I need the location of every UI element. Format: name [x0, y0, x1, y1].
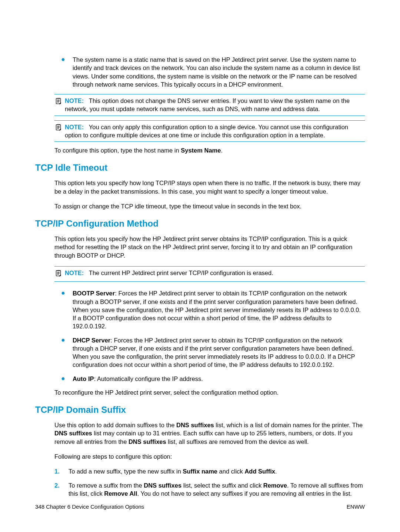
note-icon — [54, 269, 63, 279]
bullet-icon: ● — [61, 336, 65, 369]
note-icon — [54, 123, 63, 140]
heading-tcp-idle-timeout: TCP Idle Timeout — [35, 163, 365, 173]
bullet-icon: ● — [61, 56, 65, 88]
body-text: This option lets you specify how long TC… — [54, 179, 365, 195]
footer-right: ENWW — [347, 503, 365, 510]
body-text: To reconfigure the HP Jetdirect print se… — [54, 388, 365, 397]
footer-left: 348 Chapter 6 Device Configuration Optio… — [35, 503, 144, 510]
note-callout: NOTE: This option does not change the DN… — [54, 94, 365, 116]
body-text: The system name is a static name that is… — [73, 56, 365, 88]
note-callout: NOTE: You can only apply this configurat… — [54, 120, 365, 142]
list-item: 2. To remove a suffix from the DNS suffi… — [54, 481, 365, 498]
body-text: To configure this option, type the host … — [54, 146, 365, 154]
body-text: Auto IP: Automatically configure the IP … — [73, 375, 365, 383]
body-text: To add a new suffix, type the new suffix… — [69, 467, 365, 475]
body-text: This option lets you specify how the HP … — [54, 235, 365, 260]
page-footer: 348 Chapter 6 Device Configuration Optio… — [35, 503, 365, 510]
body-text: Use this option to add domain suffixes t… — [54, 421, 365, 446]
heading-tcpip-config-method: TCP/IP Configuration Method — [35, 218, 365, 229]
list-item: ● The system name is a static name that … — [61, 56, 365, 88]
step-number: 1. — [54, 467, 62, 475]
note-icon — [54, 97, 63, 113]
body-text: BOOTP Server: Forces the HP Jetdirect pr… — [73, 289, 365, 330]
list-item: ● BOOTP Server: Forces the HP Jetdirect … — [61, 289, 365, 330]
list-item: ● DHCP Server: Forces the HP Jetdirect p… — [61, 336, 365, 369]
bullet-icon: ● — [61, 375, 65, 383]
note-text: NOTE: This option does not change the DN… — [65, 97, 365, 113]
body-text: Following are steps to configure this op… — [54, 452, 365, 461]
note-callout: NOTE: The current HP Jetdirect print ser… — [54, 266, 365, 282]
step-number: 2. — [54, 481, 62, 498]
heading-tcpip-domain-suffix: TCP/IP Domain Suffix — [35, 405, 365, 415]
body-text: To assign or change the TCP idle timeout… — [54, 202, 365, 210]
list-item: ● Auto IP: Automatically configure the I… — [61, 375, 365, 383]
body-text: DHCP Server: Forces the HP Jetdirect pri… — [73, 336, 365, 369]
bullet-icon: ● — [61, 289, 65, 330]
list-item: 1. To add a new suffix, type the new suf… — [54, 467, 365, 475]
note-text: NOTE: You can only apply this configurat… — [65, 123, 365, 140]
body-text: To remove a suffix from the DNS suffixes… — [69, 481, 365, 498]
note-text: NOTE: The current HP Jetdirect print ser… — [65, 269, 365, 279]
